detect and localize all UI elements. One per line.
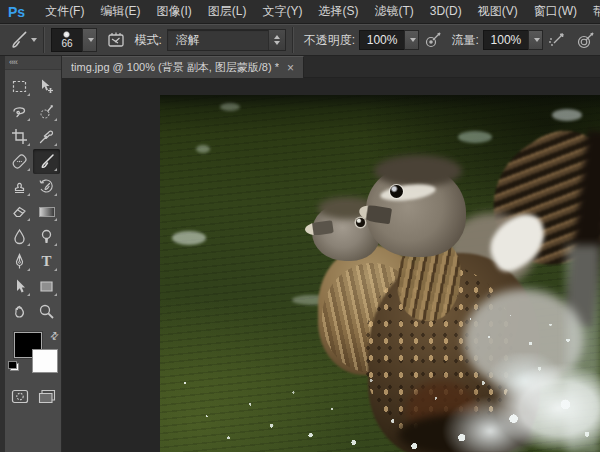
screen-mode-button[interactable] xyxy=(33,384,60,409)
menu-filter[interactable]: 滤镜(T) xyxy=(366,0,421,23)
hand-icon xyxy=(11,303,28,320)
brush-icon xyxy=(38,153,55,170)
color-swatches: ⇄ xyxy=(5,330,61,380)
tool-clone-stamp[interactable] xyxy=(6,174,33,199)
tool-pen[interactable] xyxy=(6,249,33,274)
brush-tool-preset-button[interactable] xyxy=(8,30,37,50)
tool-quick-selection[interactable] xyxy=(33,99,60,124)
brush-size-preset-picker[interactable]: 66 xyxy=(51,28,97,52)
menu-window[interactable]: 窗口(W) xyxy=(526,0,585,23)
pressure-opacity-button[interactable] xyxy=(422,28,445,52)
pen-icon xyxy=(11,253,28,270)
swap-colors-icon[interactable]: ⇄ xyxy=(47,329,61,343)
close-tab-icon[interactable]: × xyxy=(287,62,294,74)
menu-type[interactable]: 文字(Y) xyxy=(254,0,310,23)
tool-eraser[interactable] xyxy=(6,199,33,224)
history-brush-icon xyxy=(38,178,55,195)
airbrush-button[interactable] xyxy=(546,28,569,52)
move-tool-icon xyxy=(38,78,55,95)
tool-lasso[interactable] xyxy=(6,99,33,124)
tool-crop[interactable] xyxy=(6,124,33,149)
chevron-down-icon xyxy=(534,38,540,42)
menu-select[interactable]: 选择(S) xyxy=(310,0,366,23)
document-title: timg.jpg @ 100% (背景 副本, 图层蒙版/8) * xyxy=(71,60,279,75)
clone-stamp-icon xyxy=(11,178,28,195)
brush-tip-preview: 66 xyxy=(51,28,82,52)
right-duck-crown xyxy=(374,155,462,187)
tool-options-bar: 66 模式: 溶解 不透明度: 100% 流量: 100% xyxy=(0,24,600,56)
document-tab-bar: timg.jpg @ 100% (背景 副本, 图层蒙版/8) * × xyxy=(62,56,600,78)
tool-blur[interactable] xyxy=(6,224,33,249)
tool-history-brush[interactable] xyxy=(33,174,60,199)
tablet-pressure-size-icon xyxy=(576,31,595,50)
brush-preset-dropdown-button[interactable] xyxy=(82,28,97,52)
right-duck-eye xyxy=(390,185,403,198)
pressure-size-button[interactable] xyxy=(574,28,597,52)
dodge-icon xyxy=(38,228,55,245)
menu-file[interactable]: 文件(F) xyxy=(37,0,92,23)
brush-panel-icon xyxy=(106,30,126,50)
tools-panel-collapse-button[interactable]: «« xyxy=(5,56,61,70)
tablet-pressure-opacity-icon xyxy=(424,31,443,50)
flow-dropdown-button[interactable] xyxy=(528,30,543,50)
options-separator xyxy=(292,27,294,53)
tool-rectangle-shape[interactable] xyxy=(33,274,60,299)
chevron-down-icon xyxy=(88,38,94,42)
menu-3d[interactable]: 3D(D) xyxy=(422,0,470,23)
tools-grid: T xyxy=(5,70,61,324)
water-sparkle xyxy=(172,231,206,245)
tool-dodge[interactable] xyxy=(33,224,60,249)
tool-gradient[interactable] xyxy=(33,199,60,224)
opacity-field[interactable]: 100% xyxy=(359,30,419,50)
tool-path-selection[interactable] xyxy=(6,274,33,299)
menu-view[interactable]: 视图(V) xyxy=(470,0,526,23)
tool-spot-healing-brush[interactable] xyxy=(6,149,33,174)
opacity-value: 100% xyxy=(359,30,404,50)
water-sparkle xyxy=(196,145,210,153)
document-tab[interactable]: timg.jpg @ 100% (背景 副本, 图层蒙版/8) * × xyxy=(62,56,304,78)
opacity-label: 不透明度: xyxy=(304,32,355,49)
tools-panel: «« T ⇄ xyxy=(5,56,62,452)
menu-layer[interactable]: 图层(L) xyxy=(200,0,255,23)
splash-speckles xyxy=(168,333,600,452)
tool-eyedropper[interactable] xyxy=(33,124,60,149)
photoshop-window: Ps 文件(F) 编辑(E) 图像(I) 图层(L) 文字(Y) 选择(S) 滤… xyxy=(0,0,600,452)
gradient-icon xyxy=(39,207,55,217)
document-area xyxy=(62,78,600,452)
menu-bar: Ps 文件(F) 编辑(E) 图像(I) 图层(L) 文字(Y) 选择(S) 滤… xyxy=(0,0,600,24)
water-sparkle xyxy=(552,109,582,121)
water-sparkle xyxy=(458,131,492,143)
menu-edit[interactable]: 编辑(E) xyxy=(92,0,148,23)
healing-brush-icon xyxy=(11,153,28,170)
screen-mode-icon xyxy=(38,389,56,404)
tool-type[interactable]: T xyxy=(33,249,60,274)
tool-zoom[interactable] xyxy=(33,299,60,324)
rectangular-marquee-icon xyxy=(11,78,28,95)
blend-mode-value: 溶解 xyxy=(168,32,268,49)
opacity-dropdown-button[interactable] xyxy=(404,30,419,50)
toggle-brush-panel-button[interactable] xyxy=(105,28,128,52)
canvas-image[interactable] xyxy=(160,95,600,452)
blend-mode-select[interactable]: 溶解 xyxy=(167,29,286,51)
eraser-icon xyxy=(11,203,28,220)
mode-label: 模式: xyxy=(134,32,161,49)
tool-rectangular-marquee[interactable] xyxy=(6,74,33,99)
rectangle-shape-icon xyxy=(38,278,55,295)
menu-help[interactable]: 帮助(H) xyxy=(585,0,600,23)
tool-move[interactable] xyxy=(33,74,60,99)
spinner-arrows-icon xyxy=(268,30,285,50)
path-selection-icon xyxy=(11,278,28,295)
brush-size-value: 66 xyxy=(61,39,72,49)
eyedropper-icon xyxy=(38,128,55,145)
brush-tip-dot-icon xyxy=(63,31,70,38)
menu-image[interactable]: 图像(I) xyxy=(148,0,199,23)
tool-brush-selected[interactable] xyxy=(33,149,60,174)
default-colors-icon[interactable] xyxy=(8,361,19,371)
background-color-swatch[interactable] xyxy=(32,349,58,373)
flow-field[interactable]: 100% xyxy=(483,30,543,50)
type-tool-icon: T xyxy=(41,254,51,269)
options-separator xyxy=(43,27,45,53)
tool-hand[interactable] xyxy=(6,299,33,324)
lasso-icon xyxy=(11,103,28,120)
quick-mask-button[interactable] xyxy=(6,384,33,409)
